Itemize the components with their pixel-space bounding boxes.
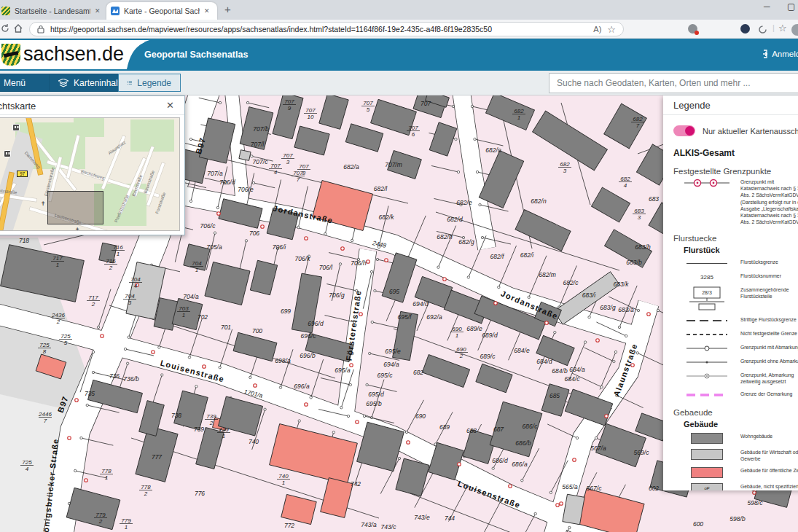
overview-map[interactable]: ✝✝✝9797RudolfstraßeFriedensstraßeDammweg… bbox=[0, 117, 180, 231]
svg-text:716: 716 bbox=[113, 244, 123, 251]
tab-close-icon[interactable]: ✕ bbox=[95, 7, 101, 15]
svg-text:707: 707 bbox=[283, 152, 293, 159]
legend-symbol: oF bbox=[684, 483, 730, 490]
legend-label: Flurstücksgrenze bbox=[730, 259, 798, 265]
svg-text:682: 682 bbox=[620, 176, 630, 182]
read-aloud-icon[interactable]: A) bbox=[593, 25, 601, 34]
extension-icon-badge[interactable] bbox=[688, 24, 697, 34]
atlas-favicon bbox=[111, 7, 120, 15]
parcel-label: 686/a bbox=[512, 461, 528, 468]
parcel-label: 706/i bbox=[273, 243, 287, 251]
close-icon[interactable]: ✕ bbox=[166, 100, 174, 111]
legend-section-title: Festgestellte Grenzpunkte bbox=[673, 167, 798, 176]
home-icon[interactable] bbox=[13, 23, 23, 36]
parcel-label: 706/d bbox=[219, 179, 235, 186]
favorites-bar-icon[interactable]: ☆ bbox=[778, 23, 787, 34]
legend-symbol bbox=[684, 259, 730, 267]
legend-symbol bbox=[684, 179, 730, 187]
parcel-label: 682/h bbox=[437, 233, 453, 240]
search-input[interactable] bbox=[549, 73, 798, 93]
url-bar[interactable]: https://geoportal.sachsen.de/mapviewer/r… bbox=[29, 22, 624, 36]
tab-startseite[interactable]: Startseite - Landesamt für Geobasisinfor… bbox=[0, 2, 105, 20]
profile-avatar[interactable] bbox=[791, 24, 798, 36]
svg-text:3: 3 bbox=[286, 159, 290, 165]
svg-text:1: 1 bbox=[455, 332, 458, 339]
svg-text:690: 690 bbox=[456, 346, 466, 353]
url-text[interactable]: https://geoportal.sachsen.de/mapviewer/r… bbox=[50, 25, 587, 34]
logo-text: sachsen.de bbox=[23, 43, 124, 66]
parcel-label: 598/b bbox=[729, 515, 746, 523]
minimize-button[interactable]: ─ bbox=[764, 1, 770, 12]
svg-text:9: 9 bbox=[288, 105, 292, 112]
legend-row: 28/3Zusammengehörende Flurstücksteile bbox=[684, 286, 798, 311]
app-toolbar: Menü Karteninhalt Legende bbox=[0, 71, 798, 95]
legend-symbol bbox=[684, 449, 730, 460]
tab-title: Startseite - Landesamt für Geobasisinfor… bbox=[15, 7, 90, 15]
church-icon: ✝ bbox=[75, 227, 80, 231]
legend-panel: Legende Nur aktueller Kartenausschnitt A… bbox=[663, 95, 798, 490]
legend-row: Strittige Flurstücksgrenze bbox=[684, 316, 798, 325]
login-label: Anmelden bbox=[772, 50, 798, 58]
parcel-label: 682/l bbox=[374, 185, 388, 192]
svg-text:779: 779 bbox=[95, 512, 106, 518]
legend-button[interactable]: Legende bbox=[118, 74, 181, 92]
svg-text:707: 707 bbox=[293, 170, 303, 176]
parcel-label: 739 bbox=[194, 426, 204, 433]
favorite-star-icon[interactable]: ☆ bbox=[607, 24, 616, 35]
parcel-label: 695/d bbox=[368, 391, 384, 398]
extension-icon-swirl[interactable] bbox=[758, 24, 767, 37]
toggle-switch[interactable] bbox=[673, 125, 695, 136]
tab-close-icon[interactable]: ✕ bbox=[204, 7, 210, 15]
tab-sachsenatlas[interactable]: Karte - Geoportal Sachsenatlas - sachsen… bbox=[106, 2, 217, 20]
legend-row: Grenzpunkt mit Katasternachweis nach § 1… bbox=[684, 179, 798, 225]
maximize-button[interactable]: ▢ bbox=[787, 1, 795, 12]
legend-symbol bbox=[684, 330, 730, 339]
parcel-label: 696/c bbox=[301, 332, 317, 340]
parcel-label: 684/e bbox=[514, 347, 530, 354]
svg-text:6: 6 bbox=[412, 131, 415, 138]
parcel-label: 696/b bbox=[300, 352, 316, 359]
menu-label: Menü bbox=[4, 78, 26, 88]
legend-symbol bbox=[684, 358, 730, 367]
browser-navbar: https://geoportal.sachsen.de/mapviewer/r… bbox=[0, 20, 798, 39]
svg-text:8: 8 bbox=[43, 348, 47, 355]
parcel-label: 600 bbox=[693, 520, 703, 528]
legend-row: Grenzpunkt ohne Abmarkung bbox=[684, 358, 798, 367]
tab-strip: Startseite - Landesamt für Geobasisinfor… bbox=[0, 0, 798, 20]
new-tab-button[interactable]: + bbox=[224, 3, 231, 15]
svg-text:1: 1 bbox=[222, 433, 225, 439]
parcel-label: 695 bbox=[389, 288, 399, 295]
login-button[interactable]: Anmelden bbox=[759, 50, 798, 58]
extension-icon-dark[interactable] bbox=[740, 24, 750, 34]
parcel-label: 736/b bbox=[123, 375, 139, 383]
browser-window: Startseite - Landesamt für Geobasisinfor… bbox=[0, 0, 798, 532]
svg-text:740: 740 bbox=[278, 473, 289, 480]
parcel-label: 569/c bbox=[634, 449, 650, 456]
legend-symbol bbox=[684, 391, 730, 399]
parcel-label: 704/a bbox=[183, 293, 199, 300]
svg-text:707: 707 bbox=[284, 98, 294, 105]
svg-text:779: 779 bbox=[121, 517, 131, 524]
overview-panel-title: Übersichtskarte bbox=[0, 101, 36, 112]
divider: | bbox=[772, 23, 775, 32]
svg-text:4: 4 bbox=[134, 283, 138, 289]
parcel-label: 706/c bbox=[200, 222, 216, 230]
svg-text:1: 1 bbox=[282, 480, 285, 486]
reload-icon[interactable] bbox=[0, 23, 10, 36]
parcel-label: 696/a bbox=[294, 383, 310, 390]
svg-text:5: 5 bbox=[64, 340, 68, 346]
parcel-label: 688 bbox=[466, 427, 477, 434]
sachsen-logo[interactable]: sachsen.de bbox=[1, 43, 124, 66]
svg-text:2446: 2446 bbox=[38, 411, 52, 418]
map-extent-rectangle[interactable] bbox=[47, 191, 103, 224]
svg-text:2: 2 bbox=[209, 420, 214, 426]
parcel-label: 683/k bbox=[614, 281, 630, 288]
legend-row: Gebäude für Wirtschaft oder Gewerbe bbox=[684, 449, 798, 462]
parcel-label: 689/e bbox=[466, 325, 482, 332]
legend-symbol bbox=[684, 344, 730, 353]
parcel-label: 695/b bbox=[366, 400, 382, 407]
svg-text:4: 4 bbox=[26, 466, 29, 472]
parcel-label: 683/h bbox=[635, 243, 651, 251]
legend-body: Nur aktueller Kartenausschnitt ALKIS-Ges… bbox=[663, 115, 798, 490]
legend-label: Grenzpunkt, Abmarkung zeitweilig ausgese… bbox=[730, 372, 798, 385]
